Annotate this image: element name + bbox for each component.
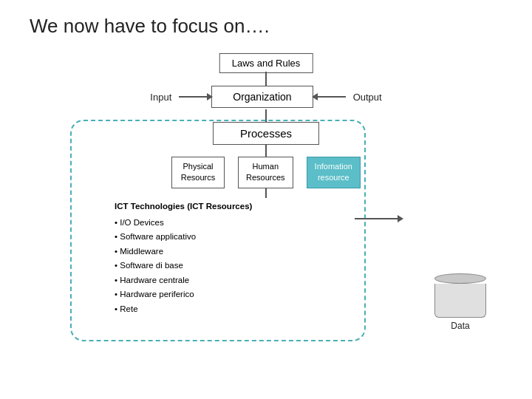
resource-human: HumanResources <box>238 157 293 188</box>
resource-information: Infomationresource <box>307 157 361 188</box>
laws-box: Laws and Rules <box>219 53 313 73</box>
page: We now have to focus on…. Laws and Rules… <box>0 0 532 399</box>
list-item: Hardware periferico <box>115 287 252 302</box>
processes-box: Processes <box>213 122 319 145</box>
ict-list: I/O Devices Software applicativo Middlew… <box>115 216 252 317</box>
list-item: I/O Devices <box>115 216 252 231</box>
resource-physical: PhysicalResourcs <box>171 157 225 188</box>
cylinder-body <box>434 284 486 318</box>
arrow-right <box>179 96 208 98</box>
input-label: Input <box>150 92 171 103</box>
ict-box: ICT Technologies (ICT Resources) I/O Dev… <box>115 200 252 316</box>
cylinder-top <box>434 273 486 284</box>
page-title: We now have to focus on…. <box>30 15 510 38</box>
list-item: Software applicativo <box>115 230 252 245</box>
list-item: Hardware centrale <box>115 273 252 288</box>
list-item: Software di base <box>115 259 252 273</box>
list-item: Rete <box>115 302 252 317</box>
output-label: Output <box>353 92 382 103</box>
org-row: Input Organization Output <box>0 86 532 108</box>
data-label: Data <box>434 321 486 331</box>
data-cylinder: Data <box>434 273 486 331</box>
resource-row: PhysicalResourcs HumanResources Infomati… <box>66 157 466 188</box>
connector-ict-data <box>355 218 399 219</box>
org-box: Organization <box>211 86 313 108</box>
ict-title: ICT Technologies (ICT Resources) <box>115 200 252 214</box>
arrow-left <box>316 96 346 98</box>
list-item: Middleware <box>115 245 252 259</box>
